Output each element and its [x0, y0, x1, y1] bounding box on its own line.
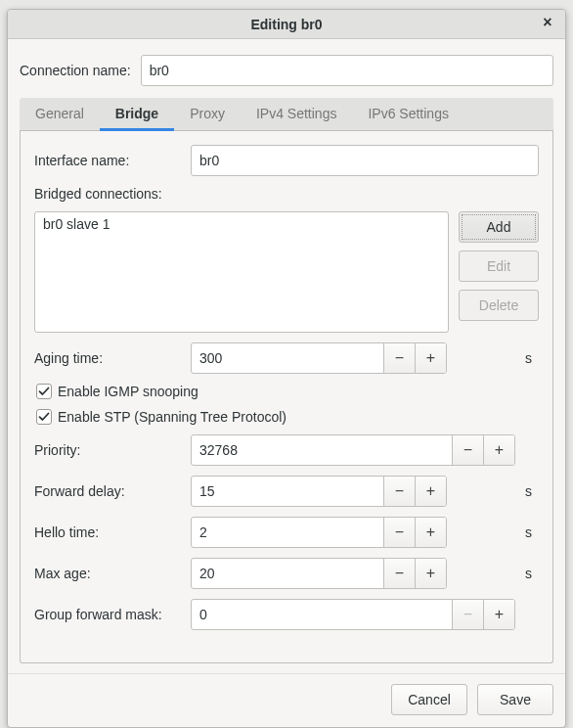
tab-ipv4-settings[interactable]: IPv4 Settings: [241, 98, 353, 130]
forward-delay-row: Forward delay: − + s: [34, 476, 539, 507]
tab-bridge[interactable]: Bridge: [100, 98, 174, 131]
bridged-connections-label: Bridged connections:: [34, 186, 539, 202]
priority-row: Priority: − +: [34, 434, 539, 466]
aging-time-spinner: − +: [191, 342, 447, 374]
save-button[interactable]: Save: [477, 684, 553, 715]
forward-delay-label: Forward delay:: [34, 483, 181, 499]
dialog-window: Editing br0 × Connection name: General B…: [7, 9, 566, 728]
list-item[interactable]: br0 slave 1: [35, 214, 448, 234]
group-forward-mask-row: Group forward mask: − +: [34, 599, 539, 630]
max-age-decrement[interactable]: −: [383, 559, 415, 588]
max-age-row: Max age: − + s: [34, 558, 539, 589]
aging-time-unit: s: [525, 350, 539, 366]
group-forward-mask-input[interactable]: [192, 600, 452, 629]
priority-decrement[interactable]: −: [452, 435, 483, 465]
connection-name-row: Connection name:: [20, 55, 553, 86]
dialog-footer: Cancel Save: [8, 673, 565, 727]
aging-time-decrement[interactable]: −: [383, 343, 415, 373]
hello-time-increment[interactable]: +: [415, 518, 446, 547]
group-forward-mask-spinner: − +: [191, 599, 515, 630]
forward-delay-unit: s: [525, 483, 539, 499]
priority-label: Priority:: [34, 442, 181, 458]
edit-button: Edit: [459, 250, 539, 282]
igmp-row: Enable IGMP snooping: [36, 384, 539, 399]
tab-proxy[interactable]: Proxy: [174, 98, 241, 130]
hello-time-row: Hello time: − + s: [34, 517, 539, 548]
forward-delay-spinner: − +: [191, 476, 447, 507]
priority-spinner: − +: [191, 434, 515, 466]
window-title: Editing br0: [250, 17, 322, 32]
igmp-checkbox[interactable]: [36, 384, 52, 399]
aging-time-input[interactable]: [192, 343, 383, 373]
max-age-input[interactable]: [192, 559, 383, 588]
hello-time-decrement[interactable]: −: [383, 518, 415, 547]
titlebar: Editing br0 ×: [8, 10, 565, 39]
delete-button: Delete: [459, 290, 539, 321]
max-age-increment[interactable]: +: [415, 559, 446, 588]
priority-increment[interactable]: +: [483, 435, 514, 465]
priority-input[interactable]: [192, 435, 452, 465]
interface-name-label: Interface name:: [34, 153, 129, 168]
group-forward-mask-decrement: −: [452, 600, 483, 629]
close-icon[interactable]: ×: [538, 14, 557, 33]
tab-general[interactable]: General: [20, 98, 100, 130]
interface-name-row: Interface name:: [34, 145, 539, 176]
aging-time-label: Aging time:: [34, 350, 181, 366]
stp-checkbox[interactable]: [36, 409, 52, 425]
stp-label: Enable STP (Spanning Tree Protocol): [58, 409, 286, 425]
forward-delay-input[interactable]: [192, 477, 383, 506]
connection-name-input[interactable]: [141, 55, 553, 86]
forward-delay-decrement[interactable]: −: [383, 477, 415, 506]
content-area: Connection name: General Bridge Proxy IP…: [8, 39, 565, 673]
group-forward-mask-label: Group forward mask:: [34, 607, 181, 622]
max-age-unit: s: [525, 566, 539, 581]
hello-time-label: Hello time:: [34, 524, 181, 540]
check-icon: [38, 386, 50, 397]
max-age-label: Max age:: [34, 566, 181, 581]
stp-row: Enable STP (Spanning Tree Protocol): [36, 409, 539, 425]
group-forward-mask-increment[interactable]: +: [483, 600, 514, 629]
bridge-tab-page: Interface name: Bridged connections: br0…: [20, 131, 553, 663]
add-button[interactable]: Add: [459, 211, 539, 243]
forward-delay-increment[interactable]: +: [415, 477, 446, 506]
hello-time-spinner: − +: [191, 517, 447, 548]
tab-ipv6-settings[interactable]: IPv6 Settings: [352, 98, 464, 130]
max-age-spinner: − +: [191, 558, 447, 589]
bridged-connections-list[interactable]: br0 slave 1: [34, 211, 449, 333]
bridged-connections-section: br0 slave 1 Add Edit Delete: [34, 211, 539, 333]
check-icon: [38, 411, 50, 423]
bridged-side-buttons: Add Edit Delete: [459, 211, 539, 333]
aging-time-row: Aging time: − + s: [34, 342, 539, 374]
hello-time-unit: s: [525, 524, 539, 540]
tab-bar: General Bridge Proxy IPv4 Settings IPv6 …: [20, 98, 553, 131]
hello-time-input[interactable]: [192, 518, 383, 547]
igmp-label: Enable IGMP snooping: [58, 384, 198, 399]
interface-name-input[interactable]: [191, 145, 539, 176]
aging-time-increment[interactable]: +: [415, 343, 446, 373]
cancel-button[interactable]: Cancel: [391, 684, 467, 715]
connection-name-label: Connection name:: [20, 63, 131, 78]
